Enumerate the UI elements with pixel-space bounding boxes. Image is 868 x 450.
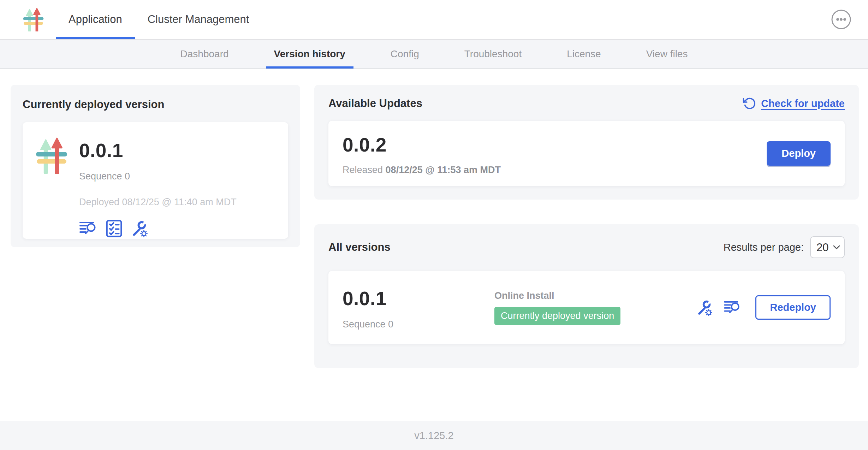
currently-deployed-badge: Currently deployed version: [494, 307, 620, 325]
row-sequence: Sequence 0: [343, 319, 494, 330]
currently-deployed-section: Currently deployed version 0.0.1 Sequenc…: [11, 85, 300, 247]
tab-cluster-management-label: Cluster Management: [148, 13, 249, 26]
app-logo: [23, 0, 46, 39]
edit-config-button[interactable]: [131, 220, 148, 237]
released-prefix: Released: [343, 165, 383, 175]
view-deploy-logs-button[interactable]: [724, 300, 741, 315]
app-header: Application Cluster Management: [0, 0, 868, 40]
deploy-button[interactable]: Deploy: [767, 141, 831, 166]
subnav-item-troubleshoot[interactable]: Troubleshoot: [456, 40, 530, 69]
results-per-page-label: Results per page:: [724, 242, 804, 253]
logs-icon: [724, 300, 741, 315]
deployed-version-details: 0.0.1 Sequence 0 Deployed 08/12/25 @ 11:…: [79, 137, 237, 224]
row-install-type: Online Install: [494, 290, 696, 301]
update-details: 0.0.2 Released 08/12/25 @ 11:53 am MDT: [343, 131, 501, 176]
app-logo-icon: [35, 137, 71, 174]
currently-deployed-title: Currently deployed version: [23, 98, 288, 111]
results-per-page-select[interactable]: 20: [810, 236, 845, 258]
all-versions-header: All versions Results per page: 20: [328, 236, 845, 258]
view-preflight-checks-button[interactable]: [106, 220, 122, 237]
tab-application-label: Application: [69, 13, 122, 26]
subnav-view-files-label: View files: [646, 48, 688, 60]
subnav-troubleshoot-label: Troubleshoot: [464, 48, 522, 60]
subnav-item-view-files[interactable]: View files: [638, 40, 696, 69]
main-content: Currently deployed version 0.0.1 Sequenc…: [0, 69, 868, 421]
refresh-icon: [743, 97, 756, 110]
results-per-page-select-wrap: 20: [810, 236, 845, 258]
subnav-config-label: Config: [391, 48, 419, 60]
all-versions-title: All versions: [328, 241, 391, 254]
redeploy-button[interactable]: Redeploy: [755, 295, 831, 320]
console-version: v1.125.2: [414, 430, 453, 442]
check-for-update-label: Check for update: [761, 98, 845, 109]
subnav-item-license[interactable]: License: [559, 40, 609, 69]
app-footer: v1.125.2: [0, 421, 868, 450]
ellipsis-icon: [831, 9, 852, 30]
row-version-number: 0.0.1: [343, 287, 494, 310]
right-column: Available Updates Check for update 0.0.2…: [314, 85, 859, 368]
preflight-icon: [106, 220, 122, 237]
view-deploy-logs-button[interactable]: [79, 221, 97, 236]
config-icon: [131, 220, 148, 237]
subnav-dashboard-label: Dashboard: [180, 48, 229, 60]
subnav-item-config[interactable]: Config: [382, 40, 427, 69]
logs-icon: [79, 221, 97, 236]
currently-deployed-card: 0.0.1 Sequence 0 Deployed 08/12/25 @ 11:…: [23, 122, 288, 239]
available-updates-header: Available Updates Check for update: [328, 97, 845, 110]
update-version-number: 0.0.2: [343, 134, 501, 156]
app-logo-icon: [23, 7, 46, 31]
subnav-license-label: License: [567, 48, 601, 60]
subnav-item-version-history[interactable]: Version history: [266, 40, 353, 69]
tab-cluster-management[interactable]: Cluster Management: [135, 0, 262, 39]
more-options-button[interactable]: [831, 9, 852, 30]
deployed-version-number: 0.0.1: [79, 139, 237, 162]
deployed-sequence: Sequence 0: [79, 171, 237, 182]
admin-console-page: Application Cluster Management Dashboard…: [0, 0, 868, 450]
released-date: 08/12/25 @ 11:53 am MDT: [386, 165, 501, 175]
edit-config-button[interactable]: [696, 299, 713, 316]
deployed-timestamp: Deployed 08/12/25 @ 11:40 am MDT: [79, 197, 237, 208]
subnav-version-history-label: Version history: [274, 48, 345, 60]
row-version-details: 0.0.1 Sequence 0: [343, 285, 494, 330]
all-versions-section: All versions Results per page: 20: [314, 224, 859, 368]
top-nav-tabs: Application Cluster Management: [56, 0, 262, 39]
row-actions: Redeploy: [696, 295, 831, 320]
tab-application[interactable]: Application: [56, 0, 135, 39]
check-for-update-link[interactable]: Check for update: [743, 97, 845, 110]
available-updates-title: Available Updates: [328, 97, 422, 110]
deployed-action-icons: [79, 220, 237, 237]
app-subnav: Dashboard Version history Config Trouble…: [0, 40, 868, 69]
subnav-item-dashboard[interactable]: Dashboard: [172, 40, 237, 69]
version-history-row: 0.0.1 Sequence 0 Online Install Currentl…: [328, 271, 845, 344]
config-icon: [696, 299, 713, 316]
update-released-timestamp: Released 08/12/25 @ 11:53 am MDT: [343, 165, 501, 176]
available-update-row: 0.0.2 Released 08/12/25 @ 11:53 am MDT D…: [328, 121, 845, 186]
results-per-page: Results per page: 20: [724, 236, 845, 258]
row-status: Online Install Currently deployed versio…: [494, 290, 696, 325]
available-updates-section: Available Updates Check for update 0.0.2…: [314, 85, 859, 200]
